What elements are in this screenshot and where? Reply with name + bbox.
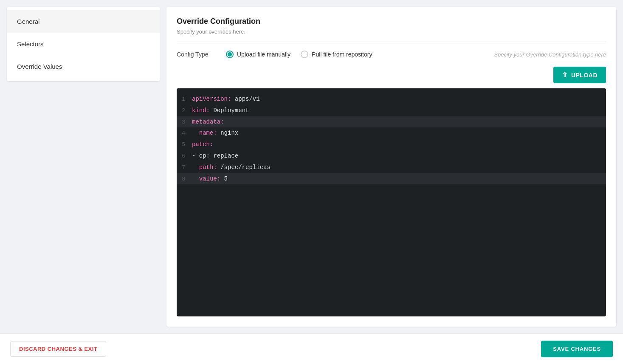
sidebar: General Selectors Override Values	[7, 7, 160, 81]
code-line-3: 3metadata:	[177, 116, 606, 128]
discard-button[interactable]: DISCARD CHANGES & EXIT	[10, 341, 106, 357]
radio-upload[interactable]: Upload file manually	[226, 51, 290, 58]
line-number: 1	[177, 95, 192, 104]
content-area: Override Configuration Specify your over…	[166, 7, 616, 327]
radio-upload-label: Upload file manually	[237, 51, 290, 58]
code-line-5: 5patch:	[177, 139, 606, 150]
line-number: 6	[177, 152, 192, 161]
sidebar-item-override-values[interactable]: Override Values	[7, 55, 160, 78]
save-button-label: SAVE CHANGES	[553, 346, 601, 352]
page-title: Override Configuration	[177, 17, 606, 26]
line-number: 8	[177, 175, 192, 184]
divider	[177, 42, 606, 42]
radio-pull-label: Pull file from repository	[312, 51, 372, 58]
line-number: 7	[177, 164, 192, 172]
line-content: path: /spec/replicas	[192, 163, 271, 172]
sidebar-item-selectors[interactable]: Selectors	[7, 33, 160, 55]
config-type-label: Config Type	[177, 51, 219, 58]
line-content: kind: Deployment	[192, 106, 249, 115]
line-content: metadata:	[192, 117, 224, 127]
sidebar-item-general[interactable]: General	[7, 10, 160, 33]
config-type-row: Config Type Upload file manually Pull fi…	[177, 51, 606, 58]
code-line-8: 8 value: 5	[177, 173, 606, 185]
code-line-6: 6- op: replace	[177, 150, 606, 162]
code-line-4: 4 name: nginx	[177, 127, 606, 139]
config-type-hint: Specify your Override Configuration type…	[494, 51, 606, 58]
code-line-7: 7 path: /spec/replicas	[177, 162, 606, 173]
page-subtitle: Specify your overrides here.	[177, 28, 606, 35]
line-number: 5	[177, 141, 192, 150]
footer: DISCARD CHANGES & EXIT SAVE CHANGES	[0, 333, 623, 364]
radio-group: Upload file manually Pull file from repo…	[226, 51, 494, 58]
radio-upload-circle	[226, 51, 234, 58]
main-layout: General Selectors Override Values Overri…	[0, 0, 623, 333]
line-content: patch:	[192, 140, 213, 149]
upload-row: ⇧ UPLOAD	[177, 67, 606, 83]
line-content: value: 5	[192, 174, 228, 183]
line-content: - op: replace	[192, 151, 238, 161]
discard-button-label: DISCARD CHANGES & EXIT	[19, 346, 97, 352]
upload-button[interactable]: ⇧ UPLOAD	[553, 67, 606, 83]
code-editor[interactable]: 1apiVersion: apps/v12kind: Deployment3me…	[177, 88, 606, 316]
line-content: apiVersion: apps/v1	[192, 94, 260, 104]
line-number: 4	[177, 129, 192, 138]
upload-button-label: UPLOAD	[571, 72, 598, 79]
line-number: 2	[177, 107, 192, 116]
line-number: 3	[177, 118, 192, 127]
radio-pull[interactable]: Pull file from repository	[301, 51, 372, 58]
line-content: name: nginx	[192, 128, 238, 138]
code-line-1: 1apiVersion: apps/v1	[177, 93, 606, 105]
upload-icon: ⇧	[562, 71, 568, 79]
code-line-2: 2kind: Deployment	[177, 105, 606, 116]
radio-pull-circle	[301, 51, 308, 58]
save-button[interactable]: SAVE CHANGES	[541, 341, 613, 357]
